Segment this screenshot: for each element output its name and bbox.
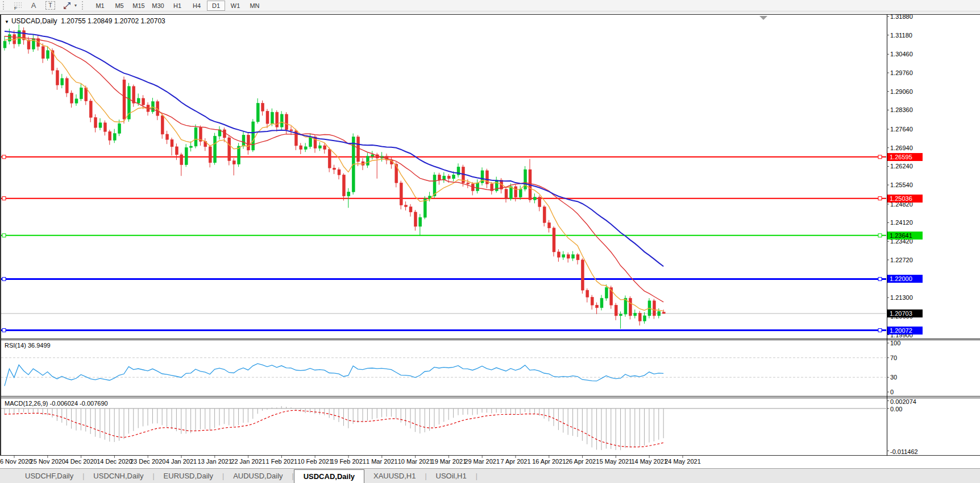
date-axis-label: 29 Mar 2021 [464, 458, 500, 465]
rsi-axis-tick: 70 [890, 354, 941, 362]
chart-tab-xauusd-h1[interactable]: XAUUSD,H1 [364, 469, 425, 483]
price-axis-tick: 1.27640 [890, 125, 941, 133]
chart-tab-usdchf-daily[interactable]: USDCHF,Daily [16, 469, 82, 483]
date-axis-label: 16 Nov 2020 [0, 458, 32, 465]
date-axis-label: 10 Mar 2021 [398, 458, 433, 465]
date-axis-label: 10 Feb 2021 [297, 458, 333, 465]
date-axis-label: 13 Jan 2021 [198, 458, 232, 465]
rsi-axis-tick: 100 [890, 339, 941, 347]
date-axis-label: 26 Apr 2021 [566, 458, 599, 465]
hline-price-label: 1.25036 [887, 195, 923, 203]
date-axis-label: 19 Feb 2021 [331, 458, 366, 465]
date-axis-label: 22 Jan 2021 [231, 458, 265, 465]
date-axis-label: 19 Mar 2021 [431, 458, 467, 465]
date-axis-label: 4 Jan 2021 [166, 458, 197, 465]
price-axis-tick: 1.29060 [890, 88, 941, 96]
hline-price-label: 1.23641 [887, 232, 923, 240]
price-axis-tick: 1.26940 [890, 144, 941, 152]
price-axis-tick: 1.30460 [890, 50, 941, 58]
chart-title-dropdown-icon[interactable]: ▼ [5, 19, 9, 24]
date-axis-label: 25 Nov 2020 [30, 458, 65, 465]
rsi-axis-tick: 0 [890, 388, 941, 396]
chart-tab-eurusd-daily[interactable]: EURUSD,Daily [155, 469, 222, 483]
chart-tab-usdcad-daily[interactable]: USDCAD,Daily [294, 469, 364, 483]
price-axis-tick: 1.22720 [890, 256, 941, 264]
price-axis-tick: 1.28360 [890, 106, 941, 114]
current-price-label: 1.20703 [887, 309, 923, 317]
price-axis-tick: 1.29760 [890, 69, 941, 77]
date-axis-label: 1 Feb 2021 [266, 458, 298, 465]
chart-tab-usdcnh-daily[interactable]: USDCNH,Daily [84, 469, 152, 483]
trading-terminal-window: F A T ▾ M1M5M15M30H1H4D1W1MN ▼USDCAD,Dai… [0, 0, 980, 483]
hline-price-label: 1.20072 [887, 327, 923, 335]
rsi-indicator-label: RSI(14) 36.9499 [5, 342, 51, 349]
chart-tab-bar: USDCHF,Daily|USDCNH,Daily|EURUSD,Daily|A… [0, 468, 980, 483]
chart-symbol-label: USDCAD,Daily [11, 17, 57, 25]
date-axis-label: 5 May 2021 [600, 458, 632, 465]
chart-tab-usoil-h1[interactable]: USOil,H1 [427, 469, 476, 483]
date-axis-label: 4 Dec 2020 [65, 458, 97, 465]
chart-ohlc-values: 1.20755 1.20849 1.20702 1.20703 [61, 17, 165, 25]
price-axis-tick: 1.26240 [890, 162, 941, 170]
hline-price-label: 1.26595 [887, 153, 923, 161]
macd-axis-tick: -0.011462 [890, 448, 941, 456]
chart-tab-audusd-daily[interactable]: AUDUSD,Daily [224, 469, 292, 483]
rsi-axis-tick: 30 [890, 373, 941, 381]
date-axis-label: 16 Apr 2021 [532, 458, 566, 465]
macd-axis-tick: 0.00 [890, 405, 941, 413]
date-axis-label: 14 May 2021 [631, 458, 667, 465]
date-axis-label: 14 Dec 2020 [97, 458, 132, 465]
price-axis-tick: 1.31880 [890, 13, 941, 20]
tab-separator: | [476, 469, 477, 483]
hline-price-label: 1.22000 [887, 275, 923, 283]
price-axis-tick: 1.24120 [890, 218, 941, 226]
chart-canvas[interactable] [0, 0, 980, 483]
price-axis-tick: 1.25540 [890, 181, 941, 189]
macd-axis-tick: 0.002074 [890, 398, 941, 406]
price-axis-tick: 1.21300 [890, 294, 941, 302]
chart-title: ▼USDCAD,Daily 1.20755 1.20849 1.20702 1.… [5, 17, 165, 25]
date-axis-label: 1 Mar 2021 [366, 458, 398, 465]
date-axis-label: 7 Apr 2021 [500, 458, 530, 465]
date-axis-label: 24 May 2021 [665, 458, 701, 465]
macd-indicator-label: MACD(12,26,9) -0.006024 -0.007690 [5, 400, 108, 407]
price-axis-tick: 1.31180 [890, 31, 941, 39]
date-axis-label: 23 Dec 2020 [130, 458, 165, 465]
